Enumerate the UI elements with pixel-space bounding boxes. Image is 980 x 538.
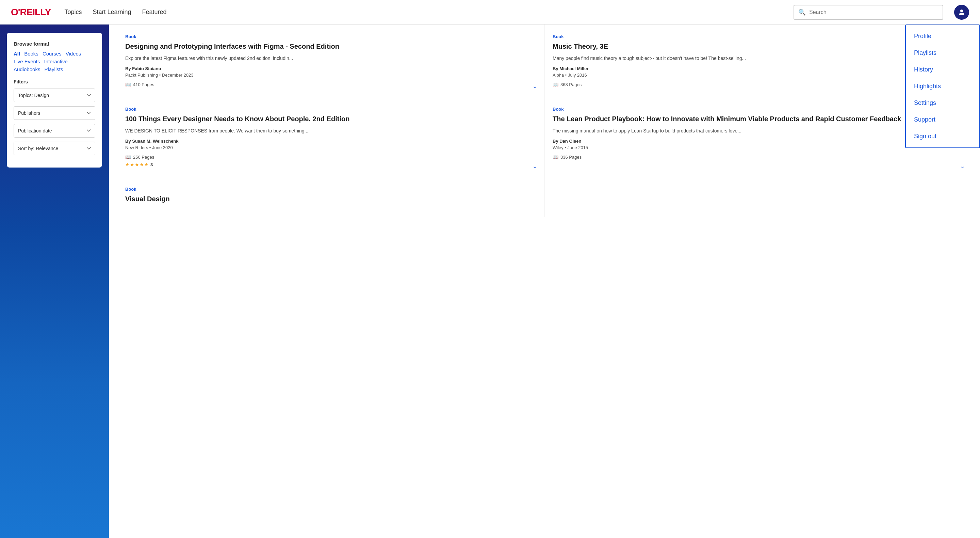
nav-featured[interactable]: Featured bbox=[142, 8, 167, 16]
book-icon-2: 📖 bbox=[553, 82, 558, 87]
menu-item-profile[interactable]: Profile bbox=[906, 28, 979, 45]
logo-text: O'REILLY bbox=[11, 7, 51, 18]
book-3-pages: 256 Pages bbox=[133, 155, 154, 160]
book-3-title: 100 Things Every Designer Needs to Know … bbox=[125, 114, 536, 123]
format-row-1: All Books Courses Videos bbox=[14, 51, 95, 56]
filters-section: Filters Topics: Design Publishers Public… bbox=[14, 79, 95, 160]
book-1-expand[interactable]: ⌄ bbox=[532, 82, 537, 90]
nav-topics[interactable]: Topics bbox=[64, 8, 82, 16]
format-interactive[interactable]: Interactive bbox=[44, 59, 68, 64]
publishers-filter[interactable]: Publishers bbox=[14, 106, 95, 120]
book-2-title: Music Theory, 3E bbox=[553, 42, 964, 51]
sidebar: Browse format All Books Courses Videos L… bbox=[0, 24, 109, 538]
nav-start-learning[interactable]: Start Learning bbox=[92, 8, 131, 16]
book-card-1: Book Designing and Prototyping Interface… bbox=[117, 24, 544, 97]
book-3-stars: ★★★★★ bbox=[125, 162, 149, 167]
format-live-events[interactable]: Live Events bbox=[14, 59, 40, 64]
filters-title: Filters bbox=[14, 79, 95, 85]
book-card-5: Book Visual Design bbox=[117, 177, 544, 217]
book-3-author: By Susan M. Weinschenk bbox=[125, 139, 536, 144]
book-3-type: Book bbox=[125, 107, 536, 112]
format-playlists[interactable]: Playlists bbox=[44, 66, 63, 72]
format-courses[interactable]: Courses bbox=[43, 51, 62, 56]
book-icon-3: 📖 bbox=[125, 154, 131, 160]
menu-item-playlists[interactable]: Playlists bbox=[906, 45, 979, 61]
date-filter[interactable]: Publication date bbox=[14, 124, 95, 137]
main-layout: Browse format All Books Courses Videos L… bbox=[0, 24, 980, 538]
avatar-button[interactable] bbox=[954, 5, 969, 20]
book-card-3: Book 100 Things Every Designer Needs to … bbox=[117, 97, 544, 177]
book-2-meta: 📖 368 Pages bbox=[553, 82, 964, 87]
book-4-meta: 📖 336 Pages bbox=[553, 154, 964, 160]
book-4-expand[interactable]: ⌄ bbox=[960, 163, 965, 170]
book-4-type: Book bbox=[553, 107, 964, 112]
format-all[interactable]: All bbox=[14, 51, 20, 56]
menu-item-settings[interactable]: Settings bbox=[906, 95, 979, 111]
book-4-title: The Lean Product Playbook: How to Innova… bbox=[553, 114, 964, 123]
book-3-rating-count: 3 bbox=[150, 162, 153, 167]
format-books[interactable]: Books bbox=[24, 51, 38, 56]
book-3-publisher: New Riders • June 2020 bbox=[125, 145, 536, 150]
format-row-2: Live Events Interactive bbox=[14, 59, 95, 64]
books-grid: Book Designing and Prototyping Interface… bbox=[117, 24, 972, 217]
browse-panel: Browse format All Books Courses Videos L… bbox=[7, 33, 102, 168]
book-1-publisher: Packt Publishing • December 2023 bbox=[125, 72, 536, 78]
menu-item-signout[interactable]: Sign out bbox=[906, 128, 979, 145]
search-container: 🔍 bbox=[794, 5, 943, 20]
book-1-desc: Explore the latest Figma features with t… bbox=[125, 55, 536, 62]
book-2-type: Book bbox=[553, 34, 964, 39]
book-1-meta: 📖 410 Pages bbox=[125, 82, 536, 87]
search-input[interactable] bbox=[794, 5, 943, 20]
format-audiobooks[interactable]: Audiobooks bbox=[14, 66, 40, 72]
header: O'REILLY Topics Start Learning Featured … bbox=[0, 0, 980, 24]
book-2-author: By Michael Miller bbox=[553, 66, 964, 71]
book-4-desc: The missing manual on how to apply Lean … bbox=[553, 127, 964, 134]
logo[interactable]: O'REILLY bbox=[11, 7, 51, 18]
format-videos[interactable]: Videos bbox=[66, 51, 81, 56]
book-4-publisher: Wiley • June 2015 bbox=[553, 145, 964, 150]
book-1-type: Book bbox=[125, 34, 536, 39]
user-dropdown: Profile Playlists History Highlights Set… bbox=[905, 24, 980, 148]
book-3-desc: WE DESIGN TO ELICIT RESPONSES from peopl… bbox=[125, 127, 536, 134]
content-area: Book Designing and Prototyping Interface… bbox=[109, 24, 980, 538]
book-4-pages: 336 Pages bbox=[560, 155, 582, 160]
book-2-desc: Many people find music theory a tough su… bbox=[553, 55, 964, 62]
menu-item-history[interactable]: History bbox=[906, 61, 979, 78]
book-4-author: By Dan Olsen bbox=[553, 139, 964, 144]
book-icon-1: 📖 bbox=[125, 82, 131, 87]
search-icon: 🔍 bbox=[798, 8, 806, 16]
svg-point-0 bbox=[960, 10, 963, 12]
format-row-3: Audiobooks Playlists bbox=[14, 66, 95, 72]
book-2-publisher: Alpha • July 2016 bbox=[553, 72, 964, 78]
menu-item-support[interactable]: Support bbox=[906, 111, 979, 128]
book-1-pages: 410 Pages bbox=[133, 82, 154, 87]
book-icon-4: 📖 bbox=[553, 154, 558, 160]
book-3-meta: 📖 256 Pages bbox=[125, 154, 536, 160]
book-3-expand[interactable]: ⌄ bbox=[532, 163, 537, 170]
book-3-rating: ★★★★★ 3 bbox=[125, 162, 536, 167]
book-5-title: Visual Design bbox=[125, 195, 536, 203]
book-2-pages: 368 Pages bbox=[560, 82, 582, 87]
browse-format-title: Browse format bbox=[14, 41, 95, 47]
menu-item-highlights[interactable]: Highlights bbox=[906, 78, 979, 95]
book-5-type: Book bbox=[125, 187, 536, 192]
book-1-title: Designing and Prototyping Interfaces wit… bbox=[125, 42, 536, 51]
sort-filter[interactable]: Sort by: Relevance bbox=[14, 142, 95, 155]
topics-filter[interactable]: Topics: Design bbox=[14, 89, 95, 102]
main-nav: Topics Start Learning Featured bbox=[64, 8, 166, 16]
user-icon bbox=[958, 8, 966, 16]
book-1-author: By Fabio Staiano bbox=[125, 66, 536, 71]
